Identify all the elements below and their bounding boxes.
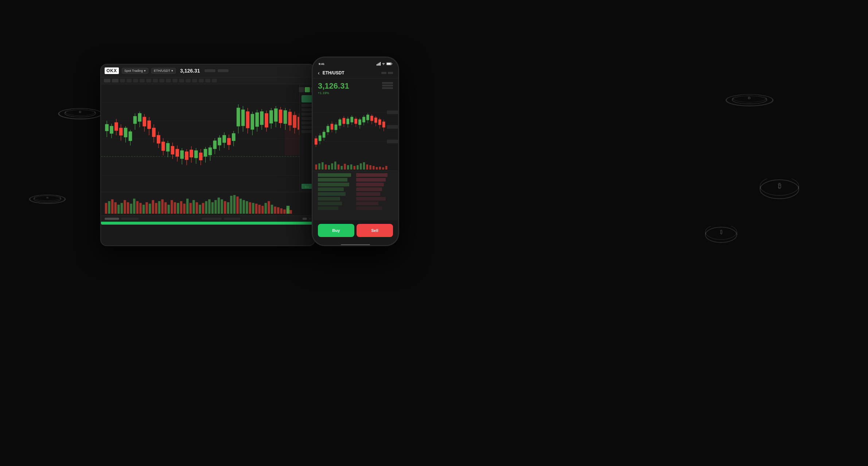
tablet-chart bbox=[101, 84, 315, 192]
stat-bar-2 bbox=[218, 69, 229, 72]
price-stat-1 bbox=[382, 82, 393, 84]
svg-rect-138 bbox=[164, 202, 167, 214]
svg-rect-235 bbox=[347, 165, 349, 170]
svg-rect-246 bbox=[382, 167, 384, 170]
price-stat-3 bbox=[382, 87, 393, 89]
phone-header-icon-2 bbox=[388, 72, 393, 74]
svg-rect-178 bbox=[289, 210, 292, 214]
tablet-volume bbox=[101, 192, 315, 215]
phone-price: 3,126.31 bbox=[318, 81, 349, 91]
svg-rect-236 bbox=[350, 164, 352, 170]
toolbar-btn-3[interactable] bbox=[120, 79, 125, 82]
toolbar-btn-9[interactable] bbox=[159, 79, 164, 82]
toolbar-btn-1[interactable] bbox=[104, 79, 110, 82]
pair-dropdown[interactable]: ETH/USDT ▾ bbox=[151, 68, 176, 74]
svg-rect-242 bbox=[369, 165, 371, 170]
svg-rect-155 bbox=[218, 198, 220, 214]
svg-rect-74 bbox=[204, 149, 207, 156]
svg-rect-160 bbox=[233, 195, 236, 214]
coin-btc-far-right: ₿ bbox=[704, 226, 739, 245]
svg-text:₿: ₿ bbox=[748, 97, 751, 100]
ob-buy-row bbox=[318, 202, 342, 205]
svg-rect-192 bbox=[319, 136, 321, 141]
svg-rect-222 bbox=[378, 120, 381, 125]
toolbar-btn-6[interactable] bbox=[140, 79, 145, 82]
battery-icon bbox=[386, 62, 392, 65]
toolbar-btn-15[interactable] bbox=[199, 79, 204, 82]
svg-rect-50 bbox=[148, 121, 151, 129]
svg-rect-188 bbox=[387, 140, 398, 143]
toolbar-btn-8[interactable] bbox=[153, 79, 158, 82]
orderbook-buy-col bbox=[318, 173, 355, 218]
phone-price-section: 3,126.31 +1.19% bbox=[313, 78, 398, 98]
back-arrow-icon[interactable]: ‹ bbox=[318, 70, 320, 76]
ob-buy-row bbox=[318, 197, 340, 201]
svg-rect-204 bbox=[343, 118, 345, 124]
svg-rect-147 bbox=[192, 200, 195, 214]
status-icons bbox=[377, 62, 392, 66]
svg-rect-173 bbox=[274, 206, 276, 214]
toolbar-btn-4[interactable] bbox=[126, 79, 132, 82]
svg-rect-36 bbox=[115, 123, 118, 131]
sidebar-row-1 bbox=[301, 104, 313, 107]
svg-rect-64 bbox=[180, 151, 184, 159]
svg-rect-228 bbox=[325, 164, 327, 170]
toolbar-btn-7[interactable] bbox=[146, 79, 151, 82]
svg-rect-121 bbox=[111, 199, 113, 214]
toolbar-btn-2[interactable] bbox=[112, 79, 118, 82]
svg-rect-153 bbox=[211, 202, 214, 214]
sidebar-buy-label-btn[interactable]: Buy bbox=[301, 184, 313, 189]
svg-rect-247 bbox=[385, 166, 387, 170]
chart-type-btn-1[interactable] bbox=[299, 87, 304, 92]
header-stats bbox=[205, 69, 229, 72]
wifi-icon bbox=[382, 62, 385, 65]
pagination-dots bbox=[303, 218, 311, 220]
svg-rect-234 bbox=[344, 164, 346, 170]
svg-rect-56 bbox=[161, 142, 165, 151]
ob-sell-row bbox=[356, 202, 378, 205]
buy-button[interactable]: Buy bbox=[318, 224, 354, 237]
svg-rect-216 bbox=[367, 115, 369, 120]
svg-rect-186 bbox=[387, 110, 398, 114]
svg-rect-240 bbox=[363, 162, 365, 170]
chart-type-btn-2[interactable] bbox=[305, 87, 310, 92]
svg-rect-162 bbox=[240, 199, 242, 214]
svg-rect-232 bbox=[338, 164, 339, 170]
toolbar-btn-11[interactable] bbox=[172, 79, 178, 82]
toolbar-btn-17[interactable] bbox=[212, 79, 217, 82]
svg-rect-54 bbox=[157, 135, 160, 143]
svg-rect-62 bbox=[176, 149, 179, 156]
svg-rect-130 bbox=[139, 203, 141, 214]
svg-rect-46 bbox=[138, 113, 141, 121]
svg-rect-42 bbox=[129, 132, 132, 141]
toolbar-btn-13[interactable] bbox=[186, 79, 191, 82]
svg-rect-157 bbox=[224, 201, 226, 214]
svg-rect-163 bbox=[243, 200, 245, 214]
svg-rect-244 bbox=[376, 167, 378, 170]
svg-rect-159 bbox=[230, 196, 232, 214]
footer-tab-active[interactable] bbox=[105, 218, 119, 220]
svg-rect-66 bbox=[185, 152, 188, 160]
sidebar-buy-btn[interactable] bbox=[301, 95, 313, 102]
phone-header-icon-1 bbox=[381, 72, 386, 74]
sell-button[interactable]: Sell bbox=[357, 224, 393, 237]
toolbar-btn-16[interactable] bbox=[205, 79, 210, 82]
svg-rect-106 bbox=[279, 110, 282, 123]
spot-trading-dropdown[interactable]: Spot Trading ▾ bbox=[122, 68, 148, 74]
phone-notch bbox=[341, 58, 370, 66]
svg-rect-48 bbox=[143, 117, 146, 126]
ob-buy-row bbox=[318, 173, 351, 177]
toolbar-btn-12[interactable] bbox=[179, 79, 184, 82]
ob-sell-row bbox=[356, 197, 386, 201]
svg-rect-194 bbox=[323, 132, 325, 137]
toolbar-btn-14[interactable] bbox=[192, 79, 197, 82]
svg-rect-224 bbox=[382, 122, 385, 127]
toolbar-btn-5[interactable] bbox=[133, 79, 138, 82]
sidebar-row-6 bbox=[301, 126, 313, 129]
sell-button-label: Sell bbox=[371, 228, 378, 233]
toolbar-btn-10[interactable] bbox=[166, 79, 171, 82]
svg-text:₿: ₿ bbox=[79, 110, 82, 113]
svg-rect-151 bbox=[205, 201, 207, 214]
svg-rect-84 bbox=[227, 138, 231, 145]
footer-tab-1[interactable] bbox=[121, 218, 139, 220]
